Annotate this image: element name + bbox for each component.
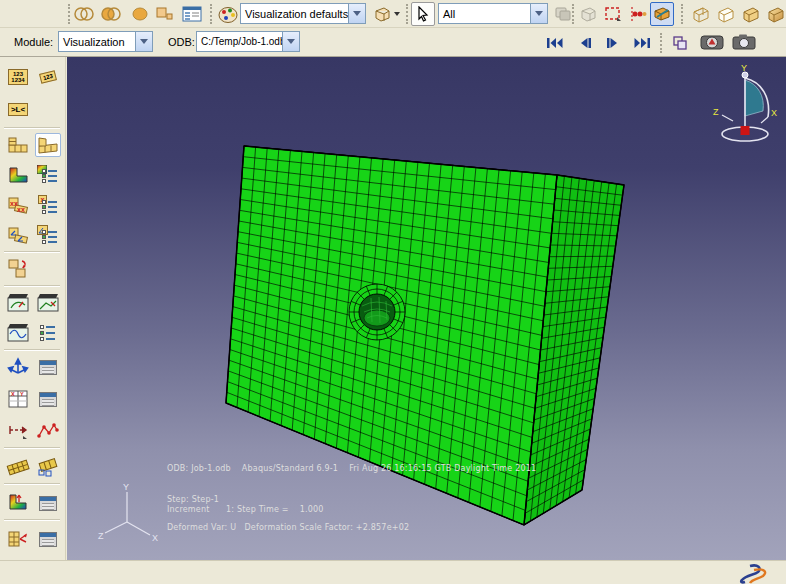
viewcut-section-button[interactable]: [601, 2, 625, 26]
brackets-glyph: >L<: [8, 103, 28, 116]
meshed-part-plot[interactable]: [67, 57, 786, 560]
triad-z-label: Z: [98, 531, 104, 541]
toolbox-separator: [4, 349, 60, 351]
overlay-plot-button[interactable]: [668, 31, 692, 55]
state-block-increment: Increment 1: Step Time = 1.000: [167, 505, 324, 514]
xy-table-button[interactable]: XY: [5, 387, 31, 411]
viewport-canvas[interactable]: Y Z X Y X Z ODB: Job-1.odb Abaqus/Standa…: [67, 57, 786, 560]
path-mesh-overlay-button[interactable]: [35, 455, 61, 479]
play-next-frame-button[interactable]: [601, 31, 625, 55]
color-mode-combobox[interactable]: Visualization defaults: [240, 3, 366, 24]
render-hiddenline-button[interactable]: [713, 2, 737, 26]
free-body-manager-button[interactable]: [35, 527, 61, 551]
display-group-boxes-button[interactable]: [152, 2, 176, 26]
previous-frame-button[interactable]: [572, 31, 596, 55]
module-value: Visualization: [59, 36, 135, 48]
toolbar-grip[interactable]: [681, 4, 684, 24]
toolbox-separator: [4, 127, 60, 129]
view-cut-contour-button[interactable]: [5, 491, 31, 515]
animate-scale-factor-button[interactable]: [5, 291, 31, 315]
create-xy-data-button[interactable]: [5, 355, 31, 379]
orientation-options-button[interactable]: [35, 223, 61, 247]
symbol-options-button[interactable]: x: [35, 193, 61, 217]
chevron-down-icon[interactable]: [530, 4, 547, 23]
svg-text:Y: Y: [20, 391, 24, 397]
odb-label: ODB:: [168, 36, 195, 48]
triad-x-label: X: [152, 533, 158, 543]
color-mode-value: Visualization defaults: [241, 8, 348, 20]
toolbox-separator: [4, 483, 60, 485]
plot-contours-button[interactable]: [5, 163, 31, 187]
plot-123-tilted-glyph: 123: [42, 73, 53, 81]
still-camera-button[interactable]: [730, 30, 758, 54]
multiple-plot-states-button[interactable]: [5, 257, 31, 281]
display-group-ellipse-button[interactable]: [128, 2, 152, 26]
state-block-deformed: Deformed Var: U Deformation Scale Factor…: [167, 523, 409, 532]
context-bar: Module: Visualization ODB: C:/Temp/Job-1…: [0, 28, 786, 57]
chevron-down-icon[interactable]: [282, 32, 299, 51]
contour-options-button[interactable]: [35, 163, 61, 187]
toolbox-separator: [4, 447, 60, 449]
toolbox-separator: [4, 519, 60, 521]
toolbar-grip[interactable]: [68, 4, 71, 24]
visualization-toolbox: 123 1234 123 >L< xx: [0, 57, 66, 560]
plot-123-button[interactable]: 123 1234: [5, 65, 31, 89]
viewcut-dots-button[interactable]: [626, 2, 650, 26]
toolbox-separator: [4, 251, 60, 253]
toolbar-grip[interactable]: [660, 33, 663, 53]
odb-value: C:/Temp/Job-1.odb: [197, 36, 282, 47]
plot-123-tilted-button[interactable]: 123: [35, 65, 61, 89]
plot-deformed-button[interactable]: [35, 133, 61, 157]
brackets-L-button[interactable]: >L<: [5, 97, 31, 121]
xy-data-manager-button[interactable]: [35, 355, 61, 379]
svg-text:X: X: [11, 391, 15, 397]
display-group-circles-button[interactable]: [72, 2, 96, 26]
render-flat-button[interactable]: [738, 2, 762, 26]
animate-time-history-button[interactable]: [35, 291, 61, 315]
color-code-palette-button[interactable]: [216, 2, 240, 26]
xy-report-manager-button[interactable]: [35, 387, 61, 411]
selection-filter-value: All: [439, 8, 530, 20]
abaqus-cae-window: Visualization defaults All: [0, 0, 786, 584]
compass-y-label: Y: [741, 63, 747, 73]
animation-options-button[interactable]: [35, 321, 61, 345]
toolbar-grip[interactable]: [572, 4, 575, 24]
state-block-step: Step: Step-1: [167, 495, 219, 504]
main-toolbar: Visualization defaults All: [0, 0, 786, 28]
state-block-line1: ODB: Job-1.odb Abaqus/Standard 6.9-1 Fri…: [167, 464, 536, 473]
create-path-mesh-button[interactable]: [5, 455, 31, 479]
last-frame-button[interactable]: [630, 31, 654, 55]
legend-button[interactable]: [180, 2, 204, 26]
chevron-down-icon[interactable]: [135, 32, 152, 51]
view-cut-manager-button[interactable]: [35, 491, 61, 515]
animate-harmonic-button[interactable]: [5, 321, 31, 345]
render-wireframe-button[interactable]: [688, 2, 712, 26]
plot-orientations-button[interactable]: [5, 223, 31, 247]
views-cube-button[interactable]: [370, 2, 402, 26]
plot-symbols-button[interactable]: xxxx: [5, 193, 31, 217]
view-compass[interactable]: Y Z X: [705, 63, 785, 151]
toolbox-separator: [4, 285, 60, 287]
chevron-down-icon[interactable]: [348, 4, 365, 23]
free-body-cut-button[interactable]: [5, 527, 31, 551]
toolbar-grip[interactable]: [406, 4, 409, 24]
module-combobox[interactable]: Visualization: [58, 31, 153, 52]
odb-combobox[interactable]: C:/Temp/Job-1.odb: [196, 31, 300, 52]
svg-text:xx: xx: [17, 206, 25, 213]
plot-undeformed-button[interactable]: [5, 133, 31, 157]
triad-y-label: Y: [123, 482, 129, 492]
render-shaded-button[interactable]: [763, 2, 786, 26]
module-label: Module:: [14, 36, 53, 48]
first-frame-button[interactable]: [543, 31, 567, 55]
compass-x-label: X: [771, 108, 777, 118]
xy-plot-points-button[interactable]: [35, 419, 61, 443]
display-group-filled-button[interactable]: [99, 2, 123, 26]
dassault-3ds-logo: [730, 562, 772, 584]
selection-filter-combobox[interactable]: All: [438, 3, 548, 24]
cursor-select-button[interactable]: [411, 2, 435, 26]
viewcut-cube-button-disabled[interactable]: [576, 2, 600, 26]
toolbar-grip[interactable]: [210, 4, 213, 24]
path-button[interactable]: [5, 419, 31, 443]
movie-camera-button[interactable]: [698, 30, 726, 54]
viewcut-active-button[interactable]: [650, 2, 674, 26]
